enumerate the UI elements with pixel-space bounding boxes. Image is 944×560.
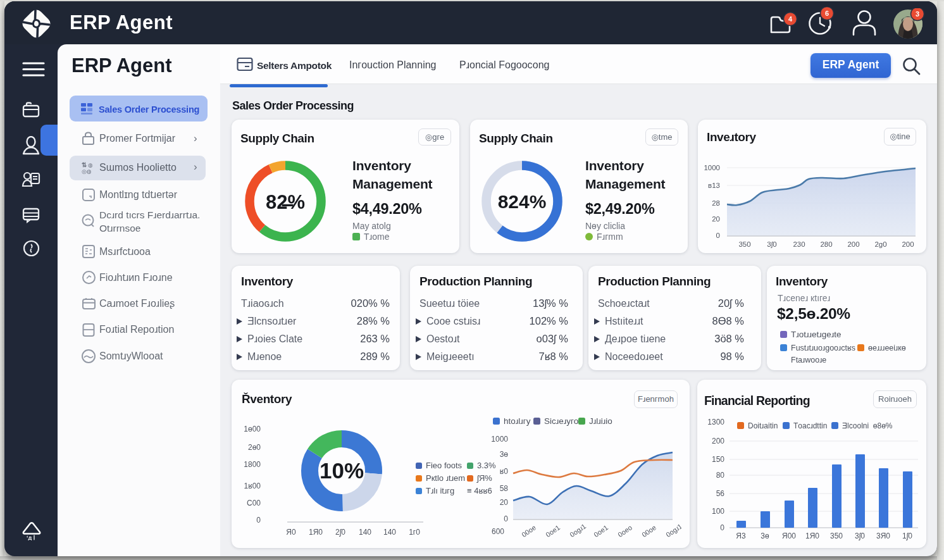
svg-text:140: 140 [383,528,396,537]
svg-text:1Я0: 1Я0 [805,532,819,540]
svg-text:1г0: 1г0 [409,528,420,537]
svg-text:56: 56 [716,489,725,498]
svg-text:0ое1: 0ое1 [592,523,609,538]
svg-text:3ө: 3ө [761,532,769,540]
svg-text:20: 20 [712,215,720,223]
svg-text:3ʃ0: 3ʃ0 [767,240,776,248]
svg-text:3ө: 3ө [500,450,509,459]
svg-text:1ө00: 1ө00 [244,425,261,433]
svg-text:350: 350 [738,240,750,248]
svg-text:⇅: ⇅ [82,161,87,168]
svg-text:2ɡ0: 2ɡ0 [874,240,886,248]
svg-text:1800: 1800 [244,460,261,469]
svg-text:140: 140 [359,528,371,537]
svg-text:82̶%: 82̶% [266,191,305,213]
svg-text:1ʃ0: 1ʃ0 [902,532,912,540]
svg-text:Я3: Я3 [736,532,746,540]
svg-text:10%: 10% [320,458,364,483]
svg-text:1300: 1300 [707,418,724,426]
svg-text:28: 28 [712,199,720,207]
svg-text:200: 200 [712,437,724,445]
svg-text:ʁ0: ʁ0 [500,467,508,476]
svg-text:0оео: 0оео [616,523,633,538]
svg-text:0: 0 [720,523,724,532]
svg-text:0оɡɹ1: 0оɡɹ1 [568,522,587,538]
svg-text:200: 200 [902,240,914,248]
svg-text:1000: 1000 [704,164,720,171]
svg-text:2ө0: 2ө0 [248,443,261,452]
svg-text:1000: 1000 [492,435,508,444]
svg-text:1Я0: 1Я0 [309,528,323,537]
svg-text:Я00: Я00 [782,532,796,540]
svg-text:3: 3 [916,10,919,18]
svg-text:ʻд ا: ʻд ا [27,535,35,540]
svg-text:200: 200 [847,240,859,248]
svg-text:350: 350 [830,532,843,540]
svg-text:2ʃ0: 2ʃ0 [335,528,345,537]
svg-text:20: 20 [500,498,509,507]
svg-text:в13: в13 [708,182,720,189]
svg-text:0оɡɹ1: 0оɡɹ1 [664,522,681,538]
svg-text:◎◍: ◎◍ [82,168,92,175]
svg-text:С00: С00 [247,499,261,507]
svg-text:1ʁ00: 1ʁ00 [244,482,261,490]
svg-text:0ое1: 0ое1 [544,523,561,538]
svg-text:600: 600 [492,527,504,536]
svg-text:100: 100 [712,507,724,516]
svg-text:280: 280 [820,240,832,248]
svg-text:824%: 824% [498,191,547,212]
svg-text:58: 58 [500,484,509,493]
svg-text:230: 230 [793,240,805,248]
svg-text:00ое: 00ое [640,523,657,538]
svg-text:0: 0 [256,516,261,525]
svg-text:Я0: Я0 [286,528,296,537]
svg-text:3ʃ0: 3ʃ0 [855,532,865,540]
svg-text:150: 150 [712,455,724,464]
svg-text:80: 80 [716,471,725,480]
svg-text:0: 0 [716,232,720,239]
svg-text:4: 4 [788,15,793,23]
svg-text:6: 6 [825,9,829,17]
svg-text:00ое: 00ое [520,523,537,538]
svg-text:0: 0 [504,514,508,523]
svg-text:3Я0: 3Я0 [876,532,890,540]
svg-text:◍: ◍ [88,162,93,168]
